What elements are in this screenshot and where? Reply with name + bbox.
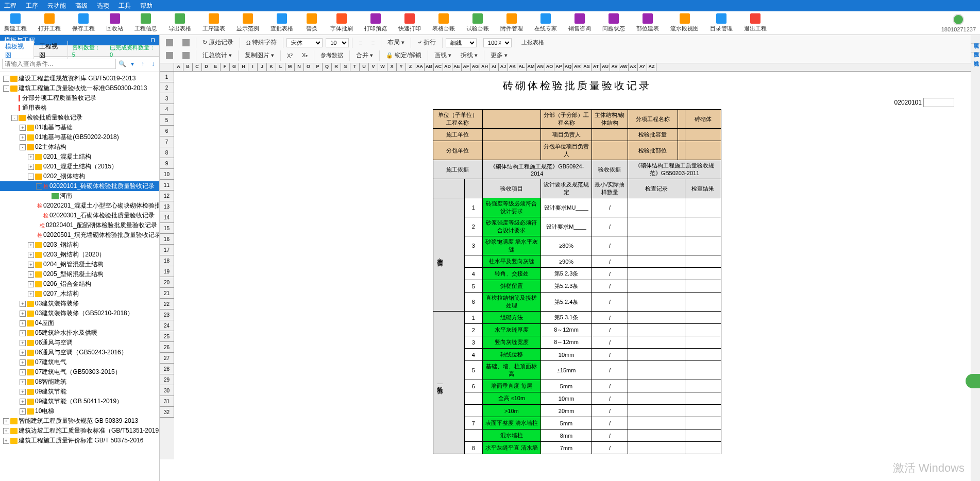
- size-select[interactable]: 10: [326, 38, 349, 47]
- row-header[interactable]: 23: [160, 310, 174, 320]
- tree-node[interactable]: +09建筑节能（GB 50411-2019）: [0, 397, 159, 406]
- col-header[interactable]: R: [332, 63, 341, 71]
- sup-icon[interactable]: X²: [284, 51, 296, 60]
- tree-node[interactable]: +05建筑给水排水及供暖: [0, 328, 159, 338]
- tb-附件管理[interactable]: 附件管理: [500, 13, 523, 32]
- tb-流水段视图[interactable]: 流水段视图: [670, 13, 699, 32]
- col-header[interactable]: E: [211, 63, 221, 71]
- tree-node[interactable]: 检02020201_混凝土小型空心砌块砌体检验批质量: [0, 201, 159, 211]
- tb-显示范例[interactable]: 显示范例: [236, 13, 259, 32]
- row-header[interactable]: 30: [160, 385, 174, 396]
- sheet-area[interactable]: ABCDEFGHIJKLMNOPQRSTUVWXYZAAABACADAEAFAG…: [160, 63, 980, 481]
- expand-icon[interactable]: +: [20, 330, 26, 336]
- drawline-button[interactable]: 画线 ▾: [431, 50, 454, 61]
- col-header[interactable]: AW: [619, 63, 629, 71]
- col-header[interactable]: D: [202, 63, 211, 71]
- col-header[interactable]: AB: [425, 63, 434, 71]
- row-header[interactable]: 24: [160, 320, 174, 331]
- col-header[interactable]: AM: [527, 63, 536, 71]
- side-tab[interactable]: 范例视图: [971, 44, 980, 53]
- col-header[interactable]: AC: [434, 63, 443, 71]
- original-button[interactable]: ↻ 原始记录: [199, 37, 236, 48]
- col-header[interactable]: K: [267, 63, 276, 71]
- col-header[interactable]: AQ: [564, 63, 573, 71]
- col-header[interactable]: AK: [508, 63, 517, 71]
- up-icon[interactable]: ↑: [139, 60, 147, 68]
- row-header[interactable]: 4: [160, 104, 174, 115]
- row-header[interactable]: 17: [160, 245, 174, 255]
- row-header[interactable]: 10: [160, 169, 174, 180]
- tb-退出工程[interactable]: 退出工程: [744, 13, 767, 32]
- tree-node[interactable]: +07建筑电气: [0, 357, 159, 367]
- col-header[interactable]: I: [248, 63, 258, 71]
- expand-icon[interactable]: +: [28, 252, 34, 258]
- row-header[interactable]: 2: [160, 82, 174, 93]
- col-header[interactable]: G: [230, 63, 239, 71]
- tree-node[interactable]: +01地基与基础(GB50202-2018): [0, 132, 159, 142]
- tb-替换[interactable]: 替换: [305, 13, 319, 32]
- expand-icon[interactable]: -: [3, 85, 9, 92]
- tree-node[interactable]: -检02020101_砖砌体检验批质量验收记录: [0, 181, 159, 191]
- expand-icon[interactable]: -: [11, 115, 18, 121]
- col-header[interactable]: N: [295, 63, 304, 71]
- align-center-icon[interactable]: ≡: [368, 39, 378, 47]
- col-header[interactable]: AY: [638, 63, 647, 71]
- tb-部位建表[interactable]: 部位建表: [636, 13, 659, 32]
- row-header[interactable]: 31: [160, 396, 174, 407]
- col-header[interactable]: AU: [601, 63, 610, 71]
- tree-node[interactable]: +03建筑装饰装修: [0, 299, 159, 308]
- col-header[interactable]: AG: [471, 63, 480, 71]
- row-header[interactable]: 5: [160, 115, 174, 126]
- row-header[interactable]: 7: [160, 136, 174, 147]
- tree-node[interactable]: 通用表格: [0, 103, 159, 113]
- expand-icon[interactable]: +: [28, 262, 34, 268]
- side-tab[interactable]: 已完成资料: [971, 53, 980, 61]
- tb-回收站[interactable]: 回收站: [106, 13, 123, 32]
- col-header[interactable]: AT: [592, 63, 601, 71]
- tree-node[interactable]: +建筑边坡工程施工质量验收标准（GB/T51351-2019）: [0, 426, 159, 436]
- row-header[interactable]: 15: [160, 223, 174, 234]
- tree-node[interactable]: +04屋面: [0, 318, 159, 328]
- avatar[interactable]: [953, 14, 964, 25]
- copy-img-button[interactable]: 复制图片 ▾: [242, 50, 277, 61]
- expand-icon[interactable]: +: [20, 301, 26, 307]
- tree-node[interactable]: 河南: [0, 191, 159, 201]
- col-header[interactable]: T: [350, 63, 360, 71]
- row-header[interactable]: 14: [160, 212, 174, 223]
- align-left-icon[interactable]: ≡: [356, 39, 365, 47]
- col-header[interactable]: Z: [406, 63, 415, 71]
- tb-保存工程[interactable]: 保存工程: [72, 13, 95, 32]
- expand-icon[interactable]: +: [20, 369, 26, 375]
- expand-icon[interactable]: +: [3, 438, 9, 444]
- sub-icon[interactable]: X₂: [299, 51, 311, 60]
- col-header[interactable]: V: [369, 63, 378, 71]
- col-header[interactable]: AH: [480, 63, 489, 71]
- col-header[interactable]: AL: [517, 63, 527, 71]
- tree-node[interactable]: +0203_钢结构: [0, 240, 159, 250]
- expand-icon[interactable]: +: [3, 418, 9, 424]
- expand-icon[interactable]: +: [28, 242, 34, 248]
- tb-试验台账[interactable]: 试验台账: [466, 13, 489, 32]
- col-header[interactable]: F: [221, 63, 230, 71]
- row-header[interactable]: 9: [160, 158, 174, 169]
- col-header[interactable]: L: [276, 63, 285, 71]
- col-header[interactable]: AV: [610, 63, 619, 71]
- expand-icon[interactable]: -: [28, 174, 34, 180]
- menu-选项[interactable]: 选项: [97, 2, 109, 10]
- tb-在线专家[interactable]: 在线专家: [534, 13, 557, 32]
- expand-icon[interactable]: +: [20, 125, 26, 131]
- col-header[interactable]: S: [341, 63, 350, 71]
- tree-node[interactable]: +10电梯: [0, 406, 159, 416]
- tree-node[interactable]: +0205_型钢混凝土结构: [0, 269, 159, 279]
- summary-button[interactable]: 汇总统计 ▾: [199, 50, 235, 61]
- tree-node[interactable]: +0201_混凝土结构: [0, 152, 159, 162]
- col-header[interactable]: AR: [573, 63, 582, 71]
- col-header[interactable]: X: [387, 63, 397, 71]
- row-header[interactable]: 13: [160, 201, 174, 212]
- tb-表格台账[interactable]: 表格台账: [432, 13, 455, 32]
- row-header[interactable]: 26: [160, 342, 174, 353]
- col-header[interactable]: P: [313, 63, 323, 71]
- menu-工序[interactable]: 工序: [26, 2, 38, 10]
- expand-icon[interactable]: +: [28, 164, 34, 170]
- side-tab[interactable]: 填写说明: [971, 35, 980, 44]
